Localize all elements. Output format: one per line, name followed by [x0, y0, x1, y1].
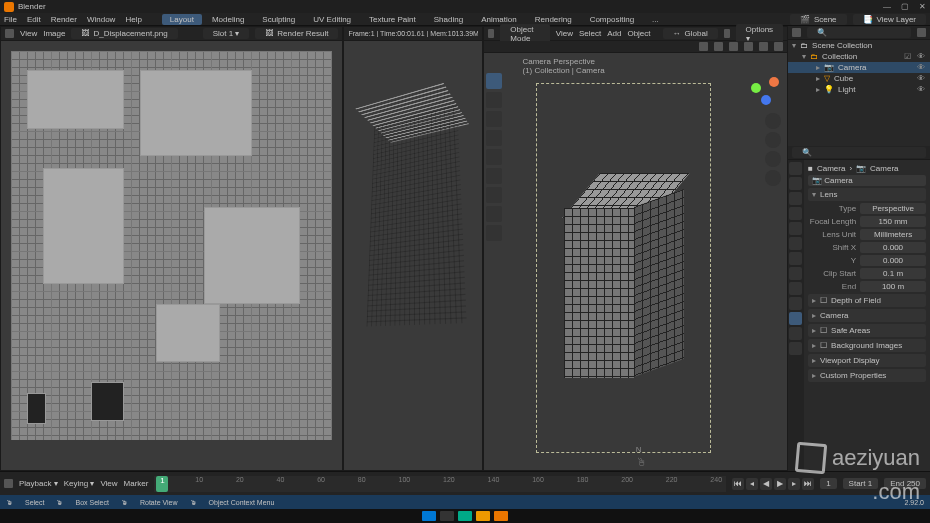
zoom-gizmo[interactable] [765, 113, 781, 129]
shade-wire-icon[interactable] [729, 42, 738, 51]
tab-sculpting[interactable]: Sculpting [254, 14, 303, 25]
tl-playback[interactable]: Playback ▾ [19, 479, 58, 488]
taskbar-blender[interactable] [494, 511, 508, 521]
menu-render[interactable]: Render [51, 15, 77, 24]
proptab-world[interactable] [789, 222, 802, 235]
tool-select[interactable] [486, 73, 502, 89]
proptab-scene[interactable] [789, 207, 802, 220]
tool-scale[interactable] [486, 149, 502, 165]
tab-texture[interactable]: Texture Paint [361, 14, 424, 25]
proptab-physics[interactable] [789, 282, 802, 295]
viewlayer-selector[interactable]: 📑 View Layer [853, 14, 926, 25]
shift-x[interactable]: 0.000 [860, 242, 926, 253]
tool-transform[interactable] [486, 168, 502, 184]
play-reverse[interactable]: ◀ [760, 478, 772, 490]
snap-icon[interactable] [724, 29, 730, 38]
section-dof[interactable]: ▸☐Depth of Field [808, 294, 926, 307]
viewport-canvas[interactable]: Camera Perspective (1) Collection | Came… [484, 53, 787, 470]
xray-icon[interactable] [714, 42, 723, 51]
shift-y[interactable]: 0.000 [860, 255, 926, 266]
shade-solid-icon[interactable] [744, 42, 753, 51]
shade-matprev-icon[interactable] [759, 42, 768, 51]
orient-selector[interactable]: ↔ Global [663, 28, 718, 39]
tl-view[interactable]: View [100, 479, 117, 488]
maximize-button[interactable]: ▢ [901, 2, 909, 11]
uv-canvas[interactable] [1, 41, 342, 470]
shade-render-icon[interactable] [774, 42, 783, 51]
tl-keying[interactable]: Keying ▾ [64, 479, 95, 488]
tab-rendering[interactable]: Rendering [527, 14, 580, 25]
tab-more[interactable]: ... [644, 14, 667, 25]
section-lens[interactable]: ▾Lens [808, 188, 926, 201]
tl-marker[interactable]: Marker [124, 479, 149, 488]
outliner-icon[interactable] [792, 28, 801, 37]
timeline-icon[interactable] [4, 479, 13, 488]
section-safeareas[interactable]: ▸☐Safe Areas [808, 324, 926, 337]
proptab-data[interactable] [789, 312, 802, 325]
render-canvas[interactable] [344, 41, 482, 470]
taskbar-start[interactable] [422, 511, 436, 521]
outliner-search[interactable]: 🔍 [807, 27, 911, 38]
viewport-icon[interactable] [488, 29, 494, 38]
tab-animation[interactable]: Animation [473, 14, 525, 25]
outliner-item-cube[interactable]: ▸▽Cube 👁 [788, 73, 930, 84]
tab-uv[interactable]: UV Editing [305, 14, 359, 25]
tool-rotate[interactable] [486, 130, 502, 146]
menu-window[interactable]: Window [87, 15, 115, 24]
props-search[interactable]: 🔍 [792, 147, 926, 158]
tab-modeling[interactable]: Modeling [204, 14, 252, 25]
playhead[interactable]: 1 [156, 476, 168, 492]
menu-edit[interactable]: Edit [27, 15, 41, 24]
proptab-render[interactable] [789, 162, 802, 175]
section-bgimages[interactable]: ▸☐Background Images [808, 339, 926, 352]
vp-menu-add[interactable]: Add [607, 29, 621, 38]
uv-menu-view[interactable]: View [20, 29, 37, 38]
close-button[interactable]: ✕ [919, 2, 926, 11]
tool-annotate[interactable] [486, 187, 502, 203]
keyframe-prev[interactable]: ◂ [746, 478, 758, 490]
outliner-item-camera[interactable]: ▸📷Camera 👁 [788, 62, 930, 73]
outliner-scene-collection[interactable]: ▾🗀Scene Collection [788, 40, 930, 51]
outliner-collection[interactable]: ▾🗀Collection ☑👁 [788, 51, 930, 62]
timeline-track[interactable]: 01020 406080 100120140 160180200 220240 … [154, 476, 726, 492]
outliner-item-light[interactable]: ▸💡Light 👁 [788, 84, 930, 95]
taskbar-search[interactable] [440, 511, 454, 521]
proptab-texture[interactable] [789, 342, 802, 355]
proptab-constraints[interactable] [789, 297, 802, 310]
scene-selector[interactable]: 🎬 Scene [790, 14, 847, 25]
overlay-icon[interactable] [699, 42, 708, 51]
vp-menu-object[interactable]: Object [627, 29, 650, 38]
image-name-field[interactable]: 🖼 D_Displacement.png [71, 28, 177, 39]
move-gizmo[interactable] [765, 132, 781, 148]
tab-shading[interactable]: Shading [426, 14, 471, 25]
proptab-object[interactable] [789, 237, 802, 250]
camera-datablock[interactable]: 📷 Camera [808, 175, 926, 186]
menu-help[interactable]: Help [125, 15, 141, 24]
filter-icon[interactable] [917, 28, 926, 37]
tool-move[interactable] [486, 111, 502, 127]
menu-file[interactable]: File [4, 15, 17, 24]
lens-unit[interactable]: Millimeters [860, 229, 926, 240]
section-vpdisplay[interactable]: ▸Viewport Display [808, 354, 926, 367]
nav-gizmo[interactable] [747, 73, 781, 107]
proptab-particles[interactable] [789, 267, 802, 280]
focal-length[interactable]: 150 mm [860, 216, 926, 227]
taskbar-files[interactable] [476, 511, 490, 521]
proptab-output[interactable] [789, 177, 802, 190]
section-camera[interactable]: ▸Camera [808, 309, 926, 322]
play[interactable]: ▶ [774, 478, 786, 490]
jump-start[interactable]: ⏮ [732, 478, 744, 490]
tab-compositing[interactable]: Compositing [582, 14, 642, 25]
proptab-viewlayer[interactable] [789, 192, 802, 205]
uv-editor-icon[interactable] [5, 29, 14, 38]
vp-menu-view[interactable]: View [556, 29, 573, 38]
clip-end[interactable]: 100 m [860, 281, 926, 292]
proptab-material[interactable] [789, 327, 802, 340]
lens-type[interactable]: Perspective [860, 203, 926, 214]
section-customprops[interactable]: ▸Custom Properties [808, 369, 926, 382]
tool-cursor[interactable] [486, 92, 502, 108]
clip-start[interactable]: 0.1 m [860, 268, 926, 279]
minimize-button[interactable]: — [883, 2, 891, 11]
slot-selector[interactable]: Slot 1 ▾ [203, 28, 250, 39]
tool-addcube[interactable] [486, 225, 502, 241]
